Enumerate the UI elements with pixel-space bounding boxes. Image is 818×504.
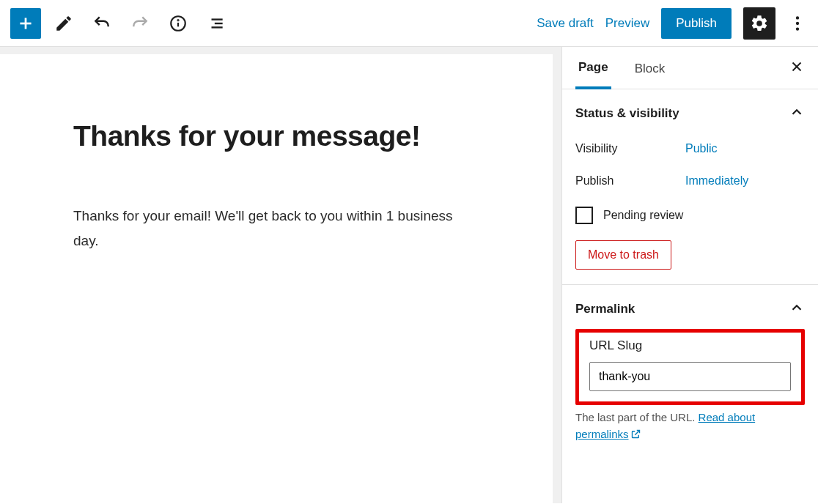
save-draft-button[interactable]: Save draft — [537, 16, 594, 31]
status-visibility-panel: Status & visibility Visibility Public Pu… — [562, 89, 818, 285]
sidebar-tabs: Page Block — [562, 47, 818, 89]
visibility-value[interactable]: Public — [685, 142, 718, 155]
add-block-button[interactable] — [10, 8, 41, 39]
chevron-up-icon — [789, 300, 805, 319]
pencil-icon — [54, 14, 73, 33]
move-to-trash-button[interactable]: Move to trash — [575, 240, 671, 270]
redo-icon — [130, 14, 150, 33]
url-slug-input[interactable] — [589, 362, 791, 391]
svg-point-10 — [796, 27, 799, 30]
permalink-helper-text: The last part of the URL. Read about per… — [562, 405, 818, 444]
plus-icon — [16, 14, 35, 33]
url-slug-highlight: URL Slug — [575, 329, 805, 405]
svg-point-9 — [796, 21, 799, 24]
visibility-row: Visibility Public — [575, 142, 805, 155]
pending-review-checkbox[interactable] — [575, 207, 593, 224]
toolbar-right: Save draft Preview Publish — [537, 7, 808, 40]
workspace: Thanks for your message! Thanks for your… — [0, 47, 818, 503]
visibility-label: Visibility — [575, 142, 685, 155]
publish-row: Publish Immediately — [575, 174, 805, 188]
top-toolbar: Save draft Preview Publish — [0, 0, 818, 47]
settings-sidebar: Page Block Status & visibility Visibilit… — [561, 47, 818, 503]
permalink-panel-toggle[interactable]: Permalink — [575, 300, 805, 319]
redo-button[interactable] — [125, 8, 155, 39]
tab-page[interactable]: Page — [575, 47, 611, 89]
status-panel-title: Status & visibility — [575, 106, 679, 121]
canvas-area: Thanks for your message! Thanks for your… — [0, 47, 561, 503]
permalink-panel: Permalink URL Slug — [562, 285, 818, 405]
permalink-panel-title: Permalink — [575, 302, 635, 316]
url-slug-label: URL Slug — [589, 338, 791, 353]
info-button[interactable] — [163, 8, 194, 39]
toolbar-left — [10, 8, 232, 39]
page-title[interactable]: Thanks for your message! — [73, 120, 479, 152]
svg-point-4 — [177, 20, 178, 21]
publish-button[interactable]: Publish — [661, 8, 732, 39]
gear-icon — [750, 14, 769, 33]
undo-button[interactable] — [86, 8, 117, 39]
status-panel-toggle[interactable]: Status & visibility — [575, 104, 805, 123]
helper-prefix: The last part of the URL. — [575, 411, 699, 423]
undo-icon — [92, 14, 111, 33]
close-icon — [789, 59, 805, 75]
close-sidebar-button[interactable] — [789, 59, 805, 78]
external-link-icon — [630, 428, 641, 445]
settings-button[interactable] — [743, 7, 775, 40]
edit-mode-button[interactable] — [48, 8, 79, 39]
svg-point-8 — [796, 16, 799, 19]
publish-label: Publish — [575, 174, 685, 188]
pending-review-row: Pending review — [575, 207, 805, 224]
chevron-up-icon — [789, 104, 805, 123]
pending-review-label: Pending review — [603, 209, 683, 222]
page-body-paragraph[interactable]: Thanks for your email! We'll get back to… — [73, 204, 454, 253]
list-icon — [207, 14, 226, 33]
outline-button[interactable] — [201, 8, 232, 39]
more-options-button[interactable] — [787, 8, 808, 39]
tab-block[interactable]: Block — [632, 48, 668, 88]
preview-button[interactable]: Preview — [605, 16, 649, 31]
kebab-icon — [788, 14, 807, 33]
publish-value[interactable]: Immediately — [685, 174, 748, 188]
info-icon — [169, 14, 188, 33]
editor-canvas[interactable]: Thanks for your message! Thanks for your… — [0, 54, 553, 503]
